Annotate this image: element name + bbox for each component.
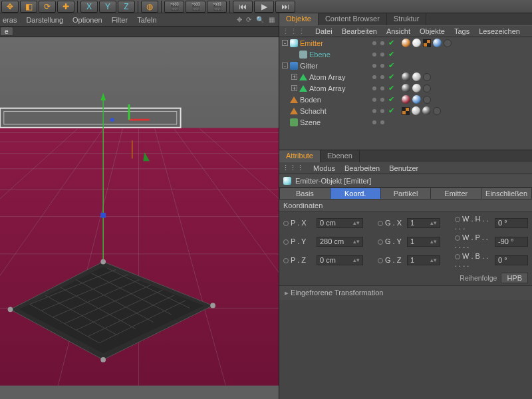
order-select[interactable]: HPB [501,273,528,283]
menu-darstellung[interactable]: Darstellung [26,16,63,24]
axis-z-icon[interactable]: Z [118,1,135,13]
tree-row[interactable]: Szene [279,116,532,128]
tab-struktur[interactable]: Struktur [387,13,427,25]
material-tag-icon[interactable] [422,106,431,115]
field-py[interactable]: 280 cm▴▾ [317,237,363,247]
frozen-transform-toggle[interactable]: Eingefrorene Transformation [279,285,532,300]
object-label[interactable]: Gitter [300,62,318,70]
field-wh[interactable]: 0 ° [495,218,528,228]
field-gz[interactable]: 1▴▾ [407,255,440,265]
material-tag-icon[interactable] [402,95,410,104]
tool-scale-icon[interactable]: ◧ [20,1,37,13]
material-tag-icon[interactable] [402,84,410,92]
field-gy[interactable]: 1▴▾ [407,237,440,247]
texture-tag-icon[interactable] [402,107,410,115]
menu-bearbeiten2[interactable]: Bearbeiten [344,164,380,172]
gear-tag-icon[interactable] [423,84,431,92]
object-label[interactable]: Schacht [300,107,327,115]
object-tree[interactable]: -Emitter✔Ebene✔-Gitter✔+Atom Array✔+Atom… [279,37,532,150]
field-gx[interactable]: 1▴▾ [407,218,440,228]
tab-ebenen[interactable]: Ebenen [321,150,360,162]
gear-tag-icon[interactable] [423,73,431,81]
visibility-toggles[interactable]: ✔ [372,72,399,81]
tree-row[interactable]: Ebene✔ [279,49,532,60]
menu-objekte[interactable]: Objekte [420,27,445,35]
menu-tafeln[interactable]: Tafeln [137,16,156,24]
axis-y-icon[interactable]: Y [99,1,116,13]
render-1-icon[interactable]: 🎬 [164,1,184,13]
viewport-3d[interactable] [0,37,279,399]
visibility-toggles[interactable]: ✔ [372,95,399,104]
viewport-nav-icons[interactable]: ✥ ⟳ 🔍 ▦ [237,16,276,23]
axis-x-icon[interactable]: X [80,1,98,13]
visibility-toggles[interactable]: ✔ [372,84,399,92]
menu-tags[interactable]: Tags [454,27,469,35]
field-wb[interactable]: 0 ° [495,255,528,265]
tree-row[interactable]: +Atom Array✔ [279,82,532,94]
menu-eras[interactable]: eras [3,16,17,24]
gear-tag-icon[interactable] [423,96,431,104]
tree-row[interactable]: -Gitter✔ [279,60,532,71]
menu-lesezeichen[interactable]: Lesezeichen [479,27,520,35]
expander-icon[interactable]: + [291,74,297,80]
menu-datei[interactable]: Datei [315,27,332,35]
tree-row[interactable]: Schacht✔ [279,105,532,116]
menu-benutzer[interactable]: Benutzer [389,164,418,172]
play-end-icon[interactable]: ⏭ [275,1,295,13]
material-tag-icon[interactable] [412,84,421,92]
expander-icon[interactable]: - [282,63,288,68]
expander-icon[interactable]: - [282,40,288,46]
tree-row[interactable]: -Emitter✔ [279,37,532,49]
material-tag-icon[interactable] [433,39,442,47]
render-2-icon[interactable]: 🎬 [186,1,205,13]
object-label[interactable]: Boden [300,96,321,104]
tab-partikel[interactable]: Partikel [381,188,432,200]
tab-basis[interactable]: Basis [279,188,331,200]
material-tag-icon[interactable] [402,72,410,81]
tree-row[interactable]: Boden✔ [279,94,532,105]
tool-move-icon[interactable]: ✥ [1,1,19,13]
visibility-toggles[interactable]: ✔ [372,61,399,70]
material-tag-icon[interactable] [402,39,410,47]
visibility-toggles[interactable]: ✔ [372,106,399,115]
material-tag-icon[interactable] [412,39,421,47]
gear-tag-icon[interactable] [433,107,441,115]
tab-content-browser[interactable]: Content Browser [319,13,387,25]
visibility-toggles[interactable]: ✔ [372,39,399,47]
menu-optionen[interactable]: Optionen [72,16,102,24]
menu-modus[interactable]: Modus [313,164,335,172]
tool-dup-icon[interactable]: ✚ [57,1,74,13]
gear-tag-icon[interactable] [444,39,452,47]
tool-rotate-icon[interactable]: ⟳ [39,1,56,13]
texture-tag-icon[interactable] [423,39,431,47]
viewport-tab[interactable]: e [0,27,13,36]
material-tag-icon[interactable] [412,72,421,81]
visibility-toggles[interactable]: ✔ [372,50,399,59]
play-icon[interactable]: ▶ [254,1,274,13]
visibility-toggles[interactable] [372,120,399,124]
render-3-icon[interactable]: 🎬 [207,1,227,13]
cube-icon[interactable]: ◍ [141,1,158,13]
svg-point-5 [110,118,114,122]
field-px[interactable]: 0 cm▴▾ [317,218,363,228]
tree-row[interactable]: +Atom Array✔ [279,71,532,82]
play-start-icon[interactable]: ⏮ [233,1,253,13]
menu-filter[interactable]: Filter [112,16,128,24]
object-label[interactable]: Ebene [309,51,331,59]
material-tag-icon[interactable] [412,95,421,104]
field-pz[interactable]: 0 cm▴▾ [317,255,363,265]
object-label[interactable]: Emitter [300,39,323,47]
tab-attribute[interactable]: Attribute [279,150,321,162]
menu-bearbeiten[interactable]: Bearbeiten [342,27,377,35]
tab-einschliessen[interactable]: Einschließen [481,188,532,200]
object-label[interactable]: Szene [300,118,321,126]
tab-objekte[interactable]: Objekte [279,13,319,25]
object-label[interactable]: Atom Array [309,73,345,81]
tab-emitter[interactable]: Emitter [431,188,481,200]
material-tag-icon[interactable] [412,106,420,115]
expander-icon[interactable]: + [291,85,297,91]
object-label[interactable]: Atom Array [309,84,345,92]
menu-ansicht[interactable]: Ansicht [386,27,410,35]
field-wp[interactable]: -90 ° [495,237,528,247]
tab-koord[interactable]: Koord. [331,188,381,200]
